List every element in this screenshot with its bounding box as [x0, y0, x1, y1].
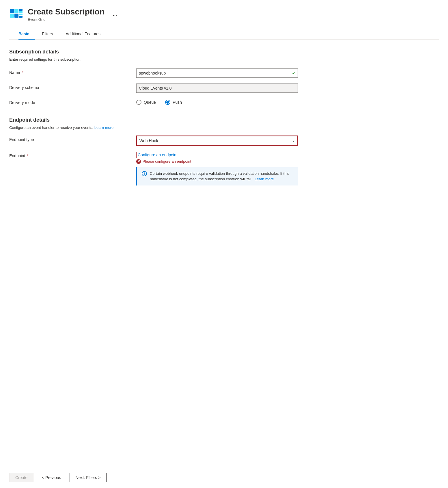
header-top: Create Subscription Event Grid ... [9, 7, 439, 22]
next-filters-button[interactable]: Next: Filters > [70, 473, 107, 482]
name-label: Name * [9, 68, 136, 75]
endpoint-required-indicator: * [26, 153, 28, 158]
tab-additional-features[interactable]: Additional Features [66, 29, 106, 40]
delivery-schema-row: Delivery schema [9, 84, 439, 93]
endpoint-type-select-wrapper: Web Hook ⌄ [136, 136, 298, 146]
subscription-details-section: Subscription details Enter required sett… [9, 49, 439, 108]
endpoint-learn-more-link[interactable]: Learn more [94, 125, 113, 130]
svg-rect-7 [19, 16, 23, 18]
info-learn-more-link[interactable]: Learn more [255, 177, 274, 181]
radio-queue-circle [136, 100, 141, 105]
svg-rect-0 [10, 9, 14, 13]
tab-basic[interactable]: Basic [18, 29, 35, 40]
name-required-indicator: * [20, 70, 23, 75]
main-content: Subscription details Enter required sett… [0, 40, 448, 467]
radio-push-circle [165, 100, 170, 105]
delivery-mode-row: Delivery mode Queue Push [9, 99, 439, 108]
delivery-mode-radio-group: Queue Push [136, 99, 298, 105]
event-grid-icon [9, 7, 23, 21]
svg-rect-3 [14, 14, 18, 18]
delivery-schema-input[interactable] [136, 84, 298, 93]
delivery-schema-label: Delivery schema [9, 84, 136, 90]
endpoint-details-section: Endpoint details Configure an event hand… [9, 117, 439, 185]
info-box-text: Certain webhook endpoints require valida… [150, 171, 293, 182]
page-wrapper: Create Subscription Event Grid ... Basic… [0, 0, 448, 488]
endpoint-type-select[interactable]: Web Hook [137, 136, 297, 145]
info-icon: i [142, 171, 147, 176]
endpoint-error-message: ✕ Please configure an endpoint [136, 159, 298, 164]
name-check-icon: ✓ [292, 70, 296, 76]
endpoint-label: Endpoint * [9, 152, 136, 158]
svg-rect-6 [19, 14, 23, 15]
more-options-button[interactable]: ... [110, 10, 120, 19]
endpoint-details-description: Configure an event handler to receive yo… [9, 125, 439, 130]
radio-push-label: Push [173, 100, 182, 105]
endpoint-type-row: Endpoint type Web Hook ⌄ [9, 136, 439, 146]
svg-rect-1 [10, 14, 14, 18]
delivery-schema-control [136, 84, 298, 93]
svg-rect-5 [19, 11, 23, 13]
endpoint-type-label: Endpoint type [9, 136, 136, 142]
radio-push-dot [166, 101, 169, 104]
radio-push[interactable]: Push [165, 100, 182, 105]
delivery-mode-control: Queue Push [136, 99, 298, 105]
name-input[interactable] [136, 68, 298, 78]
previous-button[interactable]: < Previous [36, 473, 67, 482]
subscription-details-title: Subscription details [9, 49, 439, 55]
header-title-group: Create Subscription Event Grid [28, 7, 104, 22]
name-control: ✓ [136, 68, 298, 78]
endpoint-control: Configure an endpoint ✕ Please configure… [136, 152, 298, 185]
radio-queue-label: Queue [144, 100, 156, 105]
svg-rect-2 [14, 9, 18, 13]
tab-filters[interactable]: Filters [42, 29, 59, 40]
page-subtitle: Event Grid [28, 17, 104, 22]
tabs-container: Basic Filters Additional Features [9, 29, 439, 40]
page-title: Create Subscription [28, 7, 104, 17]
endpoint-error-icon: ✕ [136, 159, 141, 164]
name-field-row: Name * ✓ [9, 68, 439, 78]
delivery-mode-label: Delivery mode [9, 99, 136, 105]
endpoint-type-control: Web Hook ⌄ [136, 136, 298, 146]
subscription-details-description: Enter required settings for this subscri… [9, 57, 439, 62]
radio-queue[interactable]: Queue [136, 100, 156, 105]
svg-rect-4 [19, 9, 23, 11]
create-button[interactable]: Create [9, 473, 33, 482]
webhook-info-box: i Certain webhook endpoints require vali… [136, 167, 298, 185]
endpoint-details-title: Endpoint details [9, 117, 439, 123]
endpoint-row: Endpoint * Configure an endpoint ✕ Pleas… [9, 152, 439, 185]
page-footer: Create < Previous Next: Filters > [0, 467, 448, 488]
configure-endpoint-link[interactable]: Configure an endpoint [136, 152, 179, 158]
delivery-schema-input-wrapper [136, 84, 298, 93]
page-header: Create Subscription Event Grid ... Basic… [0, 0, 448, 40]
name-input-wrapper: ✓ [136, 68, 298, 78]
